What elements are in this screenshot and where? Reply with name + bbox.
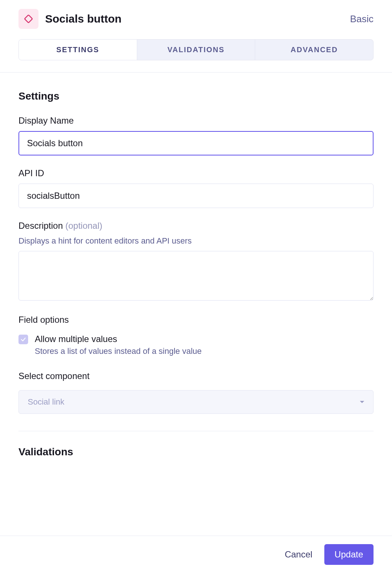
- tab-bar: Settings Validations Advanced: [18, 39, 374, 60]
- svg-rect-0: [24, 15, 32, 23]
- allow-multiple-checkbox[interactable]: [18, 335, 28, 344]
- description-field: Description (optional) Displays a hint f…: [18, 221, 374, 302]
- description-label: Description (optional): [18, 221, 374, 231]
- api-id-input[interactable]: [18, 184, 374, 208]
- select-component-value: Social link: [28, 397, 64, 407]
- select-component-heading: Select component: [18, 371, 374, 381]
- display-name-input[interactable]: [18, 131, 374, 155]
- api-id-label: API ID: [18, 168, 374, 178]
- display-name-field: Display Name: [18, 115, 374, 155]
- allow-multiple-desc: Stores a list of values instead of a sin…: [35, 346, 202, 356]
- settings-heading: Settings: [18, 90, 374, 102]
- field-options-heading: Field options: [18, 315, 374, 325]
- description-hint: Displays a hint for content editors and …: [18, 236, 374, 246]
- header: Socials button Basic Settings Validation…: [0, 0, 392, 60]
- description-label-text: Description: [18, 221, 63, 231]
- select-component-dropdown[interactable]: Social link: [18, 390, 374, 414]
- allow-multiple-label: Allow multiple values: [35, 334, 202, 344]
- tab-validations[interactable]: Validations: [137, 40, 255, 60]
- tab-settings[interactable]: Settings: [19, 40, 137, 60]
- page-title: Socials button: [45, 13, 122, 25]
- header-row: Socials button Basic: [18, 9, 374, 29]
- cancel-button[interactable]: Cancel: [285, 549, 312, 560]
- component-icon: [18, 9, 38, 29]
- tab-advanced[interactable]: Advanced: [255, 40, 373, 60]
- form-scroll-region[interactable]: Settings Display Name API ID Description…: [0, 73, 392, 536]
- description-textarea[interactable]: [18, 251, 374, 301]
- display-name-label: Display Name: [18, 115, 374, 126]
- header-left: Socials button: [18, 9, 122, 29]
- allow-multiple-text: Allow multiple values Stores a list of v…: [35, 334, 202, 356]
- update-button[interactable]: Update: [324, 544, 374, 565]
- validations-heading: Validations: [18, 446, 374, 458]
- footer: Cancel Update: [0, 536, 392, 573]
- section-separator: [18, 431, 374, 431]
- description-optional: (optional): [65, 221, 102, 231]
- allow-multiple-row[interactable]: Allow multiple values Stores a list of v…: [18, 334, 374, 356]
- field-type-label: Basic: [350, 13, 374, 25]
- chevron-down-icon: [360, 401, 364, 403]
- api-id-field: API ID: [18, 168, 374, 208]
